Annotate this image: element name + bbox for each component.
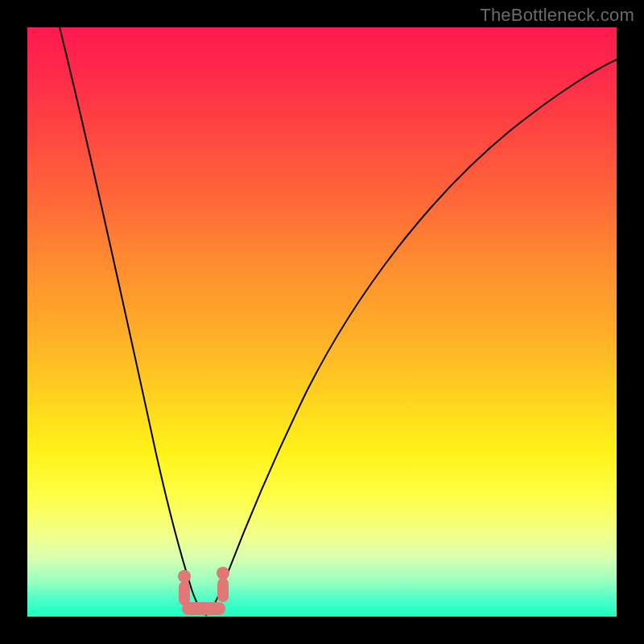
svg-rect-3	[217, 578, 229, 602]
curve-path	[60, 27, 617, 615]
marker-bar	[182, 602, 225, 615]
bottleneck-curve	[27, 27, 617, 617]
chart-frame: TheBottleneck.com	[0, 0, 644, 644]
svg-rect-1	[179, 581, 190, 605]
plot-area	[27, 27, 617, 617]
watermark-text: TheBottleneck.com	[480, 5, 634, 26]
marker-left	[178, 570, 191, 605]
svg-point-0	[178, 570, 191, 583]
marker-right	[217, 567, 229, 602]
svg-point-2	[217, 567, 229, 580]
